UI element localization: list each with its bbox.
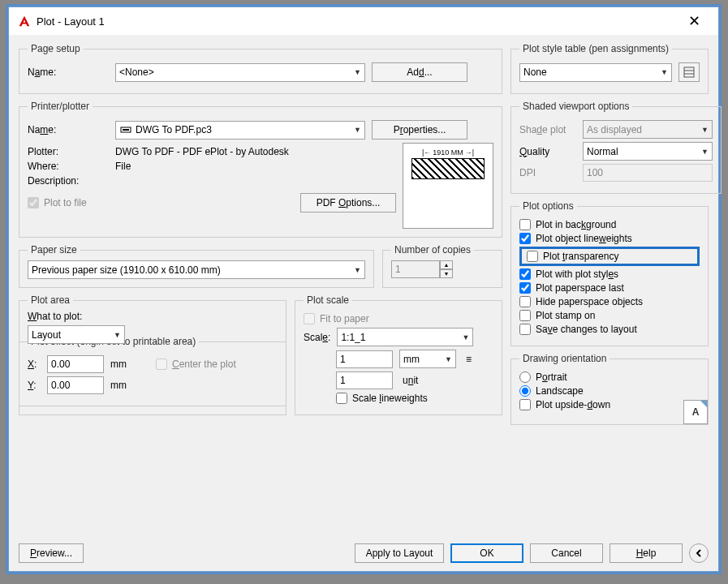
offset-y-input[interactable] xyxy=(47,376,104,394)
close-icon[interactable]: ✕ xyxy=(678,12,710,30)
fit-to-paper-checkbox: Fit to paper xyxy=(304,313,493,324)
page-setup-legend: Page setup xyxy=(28,43,84,54)
dpi-input xyxy=(583,164,713,182)
plot-dialog: Plot - Layout 1 ✕ Page setup Name: <None… xyxy=(8,6,719,572)
offset-x-input[interactable] xyxy=(47,355,104,373)
shade-plot-dropdown: As displayed ▼ xyxy=(583,120,713,139)
preview-button[interactable]: Preview... xyxy=(19,543,84,563)
what-to-plot-label: What to plot: xyxy=(28,311,278,322)
chevron-down-icon: ▼ xyxy=(114,331,121,339)
paper-preview: |← 1910 MM →| xyxy=(403,143,493,229)
x-unit: mm xyxy=(110,359,127,370)
add-button[interactable]: Add... xyxy=(372,62,467,82)
apply-to-layout-button[interactable]: Apply to Layout xyxy=(355,543,444,563)
plot-options-legend: Plot options xyxy=(519,200,577,212)
copies-spinner[interactable]: ▲▼ xyxy=(391,260,493,278)
paper-size-dropdown[interactable]: Previous paper size (1910.00 x 610.00 mm… xyxy=(28,260,365,279)
plot-paperspace-last-checkbox[interactable]: Plot paperspace last xyxy=(519,282,700,294)
plot-style-group: Plot style table (pen assignments) None … xyxy=(510,43,709,94)
spinner-up-icon[interactable]: ▲ xyxy=(440,260,453,269)
printer-plotter-group: Printer/plotter Name: DWG To PDF.pc3 ▼ P… xyxy=(19,101,502,238)
copies-group: Number of copies ▲▼ xyxy=(382,244,502,288)
y-label: Y: xyxy=(28,380,41,391)
printer-legend: Printer/plotter xyxy=(28,101,93,112)
quality-dropdown[interactable]: Normal ▼ xyxy=(583,142,713,161)
paper-size-group: Paper size Previous paper size (1910.00 … xyxy=(19,244,374,288)
orientation-legend: Drawing orientation xyxy=(519,353,610,364)
shaded-viewport-group: Shaded viewport options Shade plot As di… xyxy=(510,101,722,194)
plot-scale-group: Plot scale Fit to paper Scale: 1:1_1 ▼ xyxy=(295,294,502,415)
plotter-icon xyxy=(119,123,132,136)
page-setup-name-dropdown[interactable]: <None> ▼ xyxy=(115,63,365,82)
center-plot-checkbox: Center the plot xyxy=(156,359,236,370)
quality-label: Quality xyxy=(519,146,576,157)
chevron-down-icon: ▼ xyxy=(354,68,361,76)
scale-numerator-input[interactable] xyxy=(336,350,393,368)
dialog-footer: Preview... Apply to Layout OK Cancel Hel… xyxy=(19,543,709,563)
titlebar: Plot - Layout 1 ✕ xyxy=(9,7,718,35)
plot-styles-checkbox[interactable]: Plot with plot styles xyxy=(519,268,700,280)
autocad-icon xyxy=(17,14,32,28)
svg-rect-1 xyxy=(123,129,129,131)
table-icon xyxy=(683,67,695,78)
y-unit: mm xyxy=(110,380,127,391)
dialog-title: Plot - Layout 1 xyxy=(37,15,105,28)
plotter-value: DWG To PDF - PDF ePlot - by Autodesk xyxy=(115,146,289,157)
chevron-left-icon xyxy=(694,548,704,558)
shaded-legend: Shaded viewport options xyxy=(519,101,632,112)
hide-paperspace-checkbox[interactable]: Hide paperspace objects xyxy=(519,296,700,307)
orientation-group: Drawing orientation Portrait Landscape P… xyxy=(510,353,709,425)
properties-button[interactable]: Properties... xyxy=(372,120,467,140)
ok-button[interactable]: OK xyxy=(450,543,523,563)
orientation-icon: A xyxy=(683,400,708,424)
chevron-down-icon: ▼ xyxy=(445,355,452,363)
paper-size-legend: Paper size xyxy=(28,244,80,256)
equals-icon: ≡ xyxy=(463,354,475,365)
unit-label: unit xyxy=(399,375,456,386)
printer-name-label: Name: xyxy=(28,124,109,135)
scale-unit-dropdown[interactable]: mm ▼ xyxy=(399,350,456,368)
scale-lineweights-checkbox[interactable]: Scale lineweights xyxy=(336,393,493,404)
shade-plot-label: Shade plot xyxy=(519,124,576,135)
help-button[interactable]: Help xyxy=(610,543,683,563)
chevron-down-icon: ▼ xyxy=(354,126,361,134)
plot-to-file-checkbox: Plot to file xyxy=(28,197,87,208)
description-label: Description: xyxy=(28,175,109,187)
collapse-button[interactable] xyxy=(689,543,709,563)
scale-dropdown[interactable]: 1:1_1 ▼ xyxy=(337,328,473,346)
chevron-down-icon: ▼ xyxy=(462,333,469,341)
plot-style-legend: Plot style table (pen assignments) xyxy=(519,43,672,54)
where-value: File xyxy=(115,161,131,172)
plot-background-checkbox[interactable]: Plot in background xyxy=(519,219,700,230)
spinner-down-icon[interactable]: ▼ xyxy=(440,269,453,278)
plot-area-legend: Plot area xyxy=(28,294,73,306)
plot-scale-legend: Plot scale xyxy=(304,294,352,306)
dpi-label: DPI xyxy=(519,167,576,178)
upside-down-checkbox[interactable]: Plot upside-down xyxy=(519,399,700,410)
chevron-down-icon: ▼ xyxy=(701,148,709,156)
plot-stamp-checkbox[interactable]: Plot stamp on xyxy=(519,310,700,321)
chevron-down-icon: ▼ xyxy=(661,68,668,76)
x-label: X: xyxy=(28,359,41,370)
plot-style-dropdown[interactable]: None ▼ xyxy=(519,63,672,82)
plot-lineweights-checkbox[interactable]: Plot object lineweights xyxy=(519,233,700,244)
what-to-plot-dropdown[interactable]: Layout ▼ xyxy=(28,325,125,344)
copies-legend: Number of copies xyxy=(391,244,474,256)
name-label: Name: xyxy=(28,67,109,78)
where-label: Where: xyxy=(28,161,109,172)
plot-transparency-highlight: Plot transparency xyxy=(519,247,700,266)
page-setup-group: Page setup Name: <None> ▼ Add... xyxy=(19,43,502,94)
chevron-down-icon: ▼ xyxy=(701,126,709,134)
svg-rect-2 xyxy=(684,67,694,77)
cancel-button[interactable]: Cancel xyxy=(530,543,603,563)
scale-label: Scale: xyxy=(304,332,330,343)
scale-denominator-input[interactable] xyxy=(336,371,393,389)
portrait-radio[interactable]: Portrait xyxy=(519,371,700,383)
chevron-down-icon: ▼ xyxy=(354,266,361,274)
pdf-options-button[interactable]: PDF Options... xyxy=(300,193,396,213)
save-changes-checkbox[interactable]: Save changes to layout xyxy=(519,324,700,335)
edit-plot-style-button[interactable] xyxy=(678,62,700,82)
landscape-radio[interactable]: Landscape xyxy=(519,385,700,397)
plot-transparency-checkbox[interactable]: Plot transparency xyxy=(527,251,692,262)
printer-name-dropdown[interactable]: DWG To PDF.pc3 ▼ xyxy=(115,121,365,140)
